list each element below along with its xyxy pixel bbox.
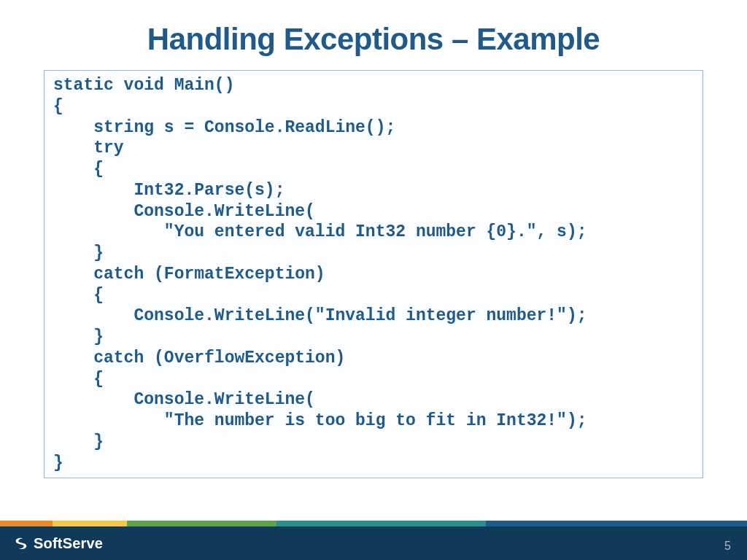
stripe-blue (486, 521, 747, 526)
brand-logo: SoftServe (13, 535, 103, 552)
stripe-yellow (53, 521, 127, 526)
stripe-orange (0, 521, 53, 526)
page-number: 5 (724, 540, 731, 553)
code-content: static void Main() { string s = Console.… (53, 75, 694, 473)
slide: Handling Exceptions – Example static voi… (0, 0, 747, 560)
stripe-green (127, 521, 276, 526)
page-title: Handling Exceptions – Example (0, 22, 747, 57)
footer-stripes (0, 521, 747, 526)
brand-logo-icon (13, 535, 29, 551)
footer: SoftServe 5 (0, 521, 747, 560)
brand-name: SoftServe (34, 535, 103, 552)
stripe-teal (276, 521, 486, 526)
code-block: static void Main() { string s = Console.… (44, 70, 703, 478)
footer-bar: SoftServe 5 (0, 526, 747, 560)
